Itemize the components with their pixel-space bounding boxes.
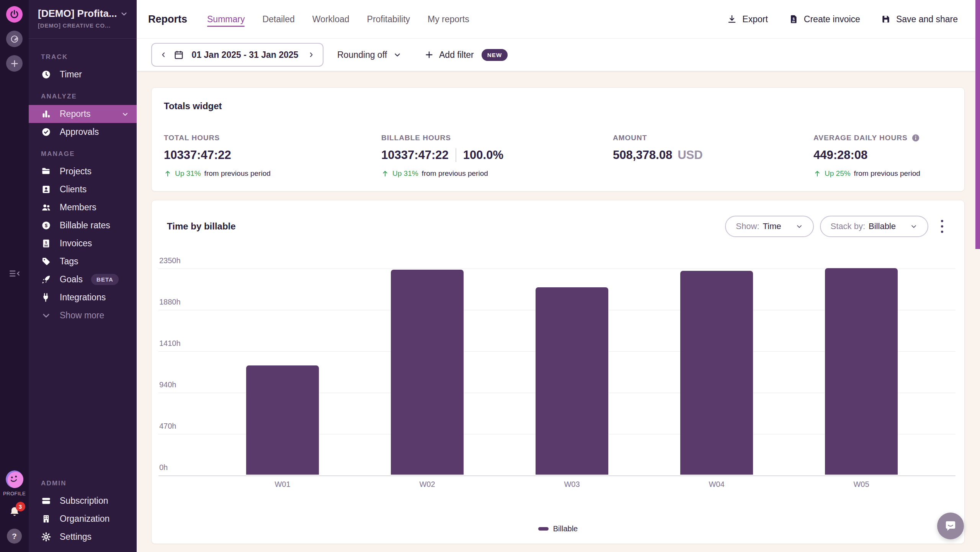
sidebar-item-clients[interactable]: Clients [29,180,137,198]
chat-widget-button[interactable] [937,513,964,539]
sidebar-item-invoices[interactable]: $ Invoices [29,234,137,252]
metric-value: 449:28:08 [813,148,920,162]
bar-W02[interactable] [391,270,464,475]
rounding-dropdown[interactable]: Rounding off [337,50,402,60]
metric-value: 508,378.08 USD [613,148,813,162]
section-label-manage: MANAGE [29,150,137,158]
rounding-label: Rounding off [337,50,387,60]
stack-by-dropdown[interactable]: Stack by: Billable [820,216,928,237]
chevron-down-icon [795,223,803,230]
sidebar-item-members[interactable]: Members [29,198,137,216]
create-invoice-button[interactable]: $ Create invoice [789,14,860,25]
sidebar-item-organization[interactable]: Organization [29,510,137,528]
save-and-share-button[interactable]: Save and share [881,14,958,25]
rocket-icon [41,274,51,285]
time-app-button[interactable] [6,31,23,47]
sidebar-item-integrations[interactable]: Integrations [29,288,137,306]
power-logo-icon [9,9,20,20]
svg-text:$: $ [45,223,47,228]
folder-icon [41,166,51,177]
bar-W04[interactable] [680,271,753,475]
workspace-logo-button[interactable] [6,6,23,23]
bar-W05[interactable] [825,268,898,475]
svg-text:$: $ [792,16,795,21]
sidebar-item-label: Billable rates [60,220,110,231]
tab-my-reports[interactable]: My reports [428,0,469,38]
tab-detailed[interactable]: Detailed [262,0,294,38]
avatar[interactable] [6,470,23,488]
filter-bar: 01 Jan 2025 - 31 Jan 2025 Rounding off A… [137,39,980,71]
help-button[interactable]: ? [7,529,22,544]
legend-swatch [538,527,549,531]
x-axis-tick-label: W03 [500,480,644,489]
save-and-share-label: Save and share [896,14,958,25]
previous-period-button[interactable] [158,49,169,60]
sidebar-item-goals[interactable]: Goals BETA [29,270,137,288]
tab-summary[interactable]: Summary [207,0,245,38]
stack-by-value: Billable [869,221,896,231]
average-daily-hours-label: AVERAGE DAILY HOURS [813,134,908,142]
sidebar-item-tags[interactable]: Tags [29,252,137,270]
sidebar-item-show-more[interactable]: Show more [29,306,137,324]
bar-W03[interactable] [536,287,608,475]
bar-W01[interactable] [246,365,319,475]
x-axis-tick-label: W04 [644,480,789,489]
sidebar-item-label: Timer [60,69,82,80]
sidebar-item-label: Settings [60,532,91,542]
sidebar-item-approvals[interactable]: Approvals [29,123,137,141]
metric-label: TOTAL HOURS [164,134,381,142]
stack-by-label: Stack by: [831,221,865,231]
plug-icon [41,292,51,303]
amount-value: 508,378.08 [613,148,672,162]
kebab-menu-icon[interactable] [934,216,950,237]
plus-icon [10,59,19,68]
scrollbar-thumb[interactable] [975,0,980,249]
add-filter-button[interactable]: Add filter NEW [425,49,508,61]
amount-currency: USD [678,148,702,162]
sidebar-item-projects[interactable]: Projects [29,162,137,180]
sidebar-item-label: Organization [60,514,109,524]
date-range-value[interactable]: 01 Jan 2025 - 31 Jan 2025 [184,50,306,60]
sidebar-item-label: Members [60,202,96,213]
building-icon [41,514,51,524]
section-label-track: TRACK [29,53,137,61]
date-range-picker[interactable]: 01 Jan 2025 - 31 Jan 2025 [151,43,323,67]
metric-change: Up 25% from previous period [813,169,920,178]
tab-profitability[interactable]: Profitability [367,0,410,38]
section-label-analyze: ANALYZE [29,93,137,100]
metric-value: 10337:47:22 100.0% [381,148,613,162]
add-workspace-button[interactable] [6,55,23,72]
collapse-sidebar-button[interactable] [8,268,21,279]
export-button[interactable]: Export [727,14,768,25]
y-axis-tick-label: 1880h [159,298,181,306]
chevron-down-icon [41,310,51,321]
sidebar-item-subscription[interactable]: Subscription [29,492,137,510]
sidebar-item-label: Clients [60,184,87,195]
change-percent: Up 31% [175,169,201,178]
time-by-billable-card: Time by billable Show: Time Stack by: Bi… [151,200,965,544]
tab-workload[interactable]: Workload [312,0,350,38]
notifications-button[interactable]: 3 [8,506,21,518]
x-axis-tick-label: W05 [789,480,934,489]
info-icon[interactable] [911,134,920,142]
billable-hours-value: 10337:47:22 [381,148,449,162]
workspace-switcher[interactable]: [DEMO] Profita... [DEMO] CREATIVE CO... [29,0,137,39]
show-dropdown[interactable]: Show: Time [725,216,813,237]
sidebar-item-reports[interactable]: Reports [29,105,137,123]
sidebar-item-billable-rates[interactable]: $ Billable rates [29,216,137,234]
sidebar-item-timer[interactable]: Timer [29,66,137,84]
totals-metrics: TOTAL HOURS 10337:47:22 Up 31% from prev… [164,134,952,178]
sidebar-item-settings[interactable]: Settings [29,528,137,546]
icon-rail: PROFILE 3 ? [0,0,29,552]
next-period-button[interactable] [306,49,317,60]
profile-label: PROFILE [3,491,26,496]
download-icon [727,14,737,24]
app-screen: PROFILE 3 ? [DEMO] Profita... [DEMO] CRE… [0,0,980,552]
totals-widget-card: Totals widget TOTAL HOURS 10337:47:22 Up… [151,87,965,192]
page-title: Reports [148,13,187,25]
invoice-doc-icon: $ [41,238,51,249]
x-axis-tick-label: W01 [210,480,355,489]
create-invoice-label: Create invoice [804,14,860,25]
sidebar-nav: TRACK Timer ANALYZE Reports [29,39,137,552]
billable-percent-value: 100.0% [463,148,503,162]
